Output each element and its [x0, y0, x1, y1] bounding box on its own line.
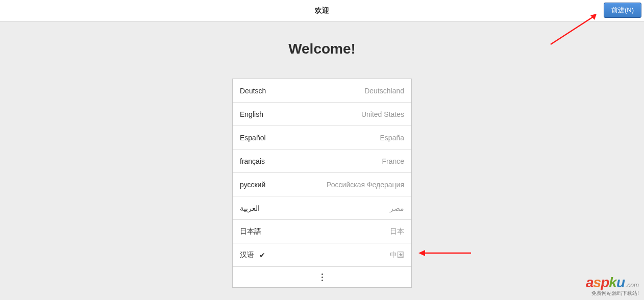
next-button[interactable]: 前进(N) — [604, 3, 641, 18]
lang-region: France — [382, 157, 404, 165]
language-row-japanese[interactable]: 日本語 日本 — [233, 220, 411, 243]
lang-name: français — [240, 157, 265, 165]
lang-region: 日本 — [390, 227, 404, 236]
lang-name: 汉语 — [240, 251, 254, 260]
watermark: aspku.com 免费网站源码下载站! — [586, 276, 639, 296]
lang-name: русский — [240, 181, 265, 189]
lang-region: Российская Федерация — [327, 181, 404, 189]
watermark-subtitle: 免费网站源码下载站! — [586, 291, 639, 296]
lang-name: 日本語 — [240, 227, 261, 236]
language-row-english[interactable]: English United States — [233, 103, 411, 126]
language-row-espanol[interactable]: Español España — [233, 126, 411, 149]
header-bar: 欢迎 前进(N) — [0, 0, 644, 21]
lang-name: العربية — [240, 204, 260, 212]
language-row-deutsch[interactable]: Deutsch Deutschland — [233, 79, 411, 103]
lang-name: English — [240, 110, 263, 118]
main-content: Welcome! Deutsch Deutschland English Uni… — [0, 21, 644, 288]
language-row-chinese[interactable]: 汉语 ✔ 中国 — [233, 243, 411, 267]
lang-name: Español — [240, 134, 266, 142]
lang-name: Deutsch — [240, 87, 266, 95]
lang-region: Deutschland — [364, 87, 404, 95]
watermark-logo: aspku — [586, 274, 625, 290]
lang-region: 中国 — [390, 251, 404, 260]
welcome-heading: Welcome! — [0, 41, 644, 57]
language-row-francais[interactable]: français France — [233, 149, 411, 173]
lang-region: مصر — [390, 204, 404, 212]
language-row-arabic[interactable]: العربية مصر — [233, 196, 411, 220]
language-list: Deutsch Deutschland English United State… — [232, 79, 412, 288]
lang-region: United States — [361, 110, 404, 118]
header-title: 欢迎 — [315, 6, 329, 15]
language-row-russian[interactable]: русский Российская Федерация — [233, 173, 411, 196]
vertical-dots-icon — [321, 273, 323, 281]
check-icon: ✔ — [259, 251, 265, 259]
lang-region: España — [380, 134, 404, 142]
more-languages-button[interactable] — [233, 267, 411, 287]
watermark-domain: .com — [626, 282, 639, 289]
